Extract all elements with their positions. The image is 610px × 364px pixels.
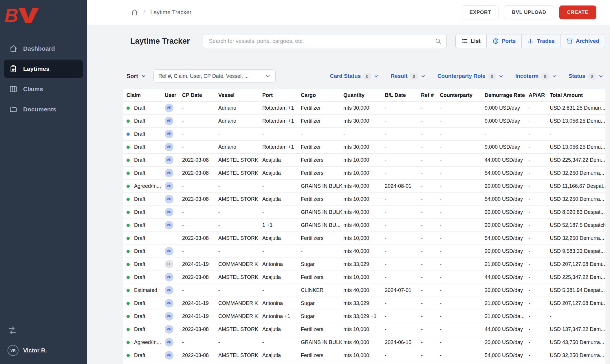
table-row[interactable]: Draft VR---GRAINS IN BULKmts 40,000---20… bbox=[123, 206, 605, 219]
user-avatar: VR bbox=[165, 182, 173, 190]
column-header-b-l-date[interactable]: B/L Date bbox=[385, 92, 421, 98]
sort-button[interactable]: Sort bbox=[127, 73, 146, 80]
cell-vessel: - bbox=[218, 183, 262, 189]
table-row[interactable]: Draft VR2024-01-19COMMANDER KAntoninaSug… bbox=[123, 297, 605, 310]
search-icon[interactable] bbox=[435, 38, 441, 44]
breadcrumb-separator: / bbox=[143, 9, 145, 16]
table-row[interactable]: Draft VR-AdrianoRotterdam +1Fertilizermt… bbox=[123, 102, 605, 115]
table-row[interactable]: Draft VR2022-03-08AMSTEL STORKAcajutlaFe… bbox=[123, 167, 605, 180]
column-header-cp-date[interactable]: CP Date bbox=[182, 92, 218, 98]
table-row[interactable]: Draft VR2022-03-08AMSTEL STORKAcajutlaFe… bbox=[123, 154, 605, 167]
column-header-counterparty[interactable]: Counterparty bbox=[440, 92, 485, 98]
table-row[interactable]: Draft VR2022-03-08AMSTEL STORKAcajutlaFe… bbox=[123, 323, 605, 336]
cell-counterparty: - bbox=[440, 326, 485, 332]
cell-bl-date: - bbox=[385, 235, 421, 241]
cell-demurrage-rate: 9,000 USD/day bbox=[485, 118, 529, 124]
column-header-demurrage-rate[interactable]: Demurrage Rate bbox=[485, 92, 529, 98]
sort-field-select[interactable]: Ref #, Claim, User, CP Date, Vessel, ... bbox=[153, 69, 276, 83]
filter-count-badge: 0 bbox=[541, 73, 549, 80]
column-header-ref[interactable]: Ref # bbox=[421, 92, 440, 98]
cell-total-amount: USD 207,127.08 Demu... bbox=[550, 261, 605, 267]
cell-vessel: AMSTEL STORK bbox=[218, 326, 262, 332]
view-toggle-trades[interactable]: Trades bbox=[521, 34, 560, 48]
claim-text: Draft bbox=[134, 235, 145, 241]
cell-claim: Draft bbox=[123, 235, 165, 241]
filter-incoterm[interactable]: Incoterm 0 bbox=[515, 73, 557, 80]
cell-claim: Draft bbox=[123, 313, 165, 319]
cell-quantity: mts 10,000 bbox=[343, 196, 385, 202]
cell-total-amount: USD 8,020.83 Despat... bbox=[550, 209, 605, 215]
cell-quantity: mts 10,000 bbox=[343, 235, 385, 241]
user-avatar: VR bbox=[165, 299, 173, 308]
cell-ap-ar: - bbox=[529, 248, 550, 254]
cell-ref: - bbox=[421, 352, 440, 359]
table-row[interactable]: Draft VR2022-03-08AMSTEL STORKAcajutlaFe… bbox=[123, 349, 605, 362]
column-header-quantity[interactable]: Quantity bbox=[343, 92, 385, 98]
column-header-ap-ar[interactable]: AP/AR bbox=[529, 92, 550, 98]
table-row[interactable]: Draft VR----mts 40,000---20,000 USD/day-… bbox=[123, 245, 605, 258]
cell-user: VR bbox=[165, 156, 182, 164]
table-row[interactable]: Draft VR2022-03-08AMSTEL STORKAcajutlaFe… bbox=[123, 193, 605, 206]
column-header-total-amount[interactable]: Total Amount bbox=[550, 92, 605, 98]
filter-count-badge: 0 bbox=[410, 73, 418, 80]
filter-result[interactable]: Result 0 bbox=[391, 73, 426, 80]
cell-counterparty: - bbox=[440, 131, 485, 137]
table-row[interactable]: Estimated VR---CLINKERmts 40,0002024-07-… bbox=[123, 284, 605, 297]
cell-demurrage-rate: 54,000 USD/day bbox=[485, 196, 529, 202]
table-row[interactable]: Draft VR----------- bbox=[123, 128, 605, 141]
filter-counterparty-role[interactable]: Counterparty Role 0 bbox=[437, 73, 504, 80]
table-row[interactable]: Draft VR2022-03-08AMSTEL STORKAcajutlaFe… bbox=[123, 362, 605, 364]
search-box bbox=[203, 34, 447, 48]
header-actions: EXPORT BVL UPLOAD CREATE bbox=[462, 5, 596, 19]
filter-card-status[interactable]: Card Status 0 bbox=[330, 73, 379, 80]
sidebar-item-claims[interactable]: Claims bbox=[4, 80, 83, 98]
table-row[interactable]: Agreed/In... VR---GRAINS IN BULKmts 40,0… bbox=[123, 180, 605, 193]
export-button[interactable]: EXPORT bbox=[462, 5, 499, 19]
cell-demurrage-rate: 21,000 USD/day bbox=[485, 261, 529, 267]
table-row[interactable]: Draft 2022-03-08AMSTEL STORKAcajutlaFert… bbox=[123, 232, 605, 245]
table-row[interactable]: Draft VR-AdrianoRotterdam +1Fertilizermt… bbox=[123, 115, 605, 128]
create-button[interactable]: CREATE bbox=[559, 5, 596, 19]
bvl-upload-button[interactable]: BVL UPLOAD bbox=[504, 5, 554, 19]
search-input[interactable] bbox=[208, 38, 435, 45]
view-toggle-list[interactable]: List bbox=[456, 34, 486, 48]
sidebar-item-laytimes[interactable]: Laytimes bbox=[4, 60, 83, 78]
sidebar-item-label: Dashboard bbox=[23, 45, 55, 52]
filter-label: Counterparty Role bbox=[437, 73, 486, 79]
user-menu[interactable]: VR Victor R. bbox=[8, 345, 87, 356]
cell-claim: Draft bbox=[123, 248, 165, 254]
table-row[interactable]: Draft VR2022-03-08AMSTEL STORKAcajutlaFe… bbox=[123, 271, 605, 284]
table-row[interactable]: Draft VR-AdrianoRotterdam +1Fertilizermt… bbox=[123, 141, 605, 154]
table-row[interactable]: Draft VR2024-01-19COMMANDER KAntonina +1… bbox=[123, 310, 605, 323]
status-dot bbox=[127, 224, 130, 227]
sidebar-item-dashboard[interactable]: Dashboard bbox=[4, 39, 83, 58]
column-header-user[interactable]: User bbox=[165, 92, 182, 98]
cell-total-amount: USD 225,347.22 Dem... bbox=[550, 274, 605, 280]
cell-port: - bbox=[262, 339, 301, 345]
main-area: / Laytime Tracker EXPORT BVL UPLOAD CREA… bbox=[87, 0, 610, 364]
cell-demurrage-rate: 20,000 USD/day bbox=[485, 287, 529, 293]
view-toggle-archived[interactable]: Archived bbox=[560, 34, 605, 48]
claim-text: Draft bbox=[134, 222, 145, 228]
view-toggle-label: Ports bbox=[502, 38, 516, 44]
filter-status[interactable]: Status 0 bbox=[569, 73, 604, 80]
sidebar-nav: Dashboard Laytimes Claims Documents bbox=[0, 39, 87, 119]
app-root: B Dashboard Laytimes Claims Documents VR… bbox=[0, 0, 610, 364]
brand-logo[interactable]: B bbox=[5, 4, 42, 27]
view-toggle-ports[interactable]: Ports bbox=[486, 34, 522, 48]
cell-cp-date: - bbox=[182, 209, 218, 215]
cell-cargo: GRAINS IN BU... bbox=[301, 222, 343, 228]
sidebar-item-documents[interactable]: Documents bbox=[4, 100, 83, 119]
table-row[interactable]: Draft EE2024-01-19COMMANDER KAntoninaSug… bbox=[123, 258, 605, 271]
column-header-port[interactable]: Port bbox=[262, 92, 301, 98]
table-row[interactable]: Draft VR--1 +1GRAINS IN BU...mts 40,000-… bbox=[123, 219, 605, 232]
column-header-claim[interactable]: Claim bbox=[123, 92, 165, 98]
home-icon[interactable] bbox=[131, 9, 138, 16]
cell-cp-date: - bbox=[182, 131, 218, 137]
cell-counterparty: - bbox=[440, 105, 485, 111]
table-row[interactable]: Agreed/In... VR---GRAINS IN BULKmts 40,0… bbox=[123, 336, 605, 349]
collapse-sidebar-icon[interactable] bbox=[8, 326, 17, 335]
cell-cp-date: 2022-03-08 bbox=[182, 196, 218, 202]
column-header-cargo[interactable]: Cargo bbox=[301, 92, 343, 98]
column-header-vessel[interactable]: Vessel bbox=[218, 92, 262, 98]
